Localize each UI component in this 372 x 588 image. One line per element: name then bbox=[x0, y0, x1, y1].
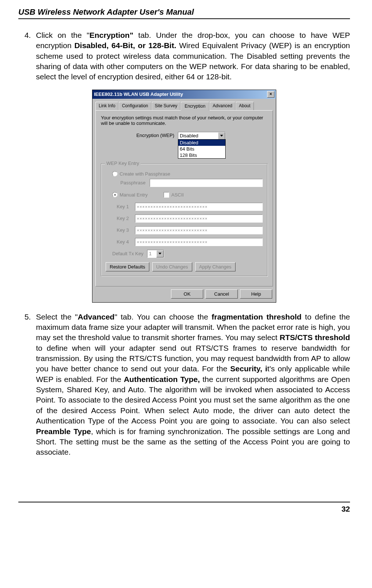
titlebar: IEEE802.11b WLAN USB Adapter Utility × bbox=[92, 90, 276, 99]
text-bold: Advanced bbox=[78, 313, 114, 321]
group-title: WEP Key Entry bbox=[105, 160, 141, 166]
encryption-value: Disabled bbox=[180, 133, 198, 138]
tab-configuration[interactable]: Configuration bbox=[118, 102, 151, 110]
tab-site-survey[interactable]: Site Survey bbox=[152, 102, 180, 110]
encryption-combo[interactable]: Disabled Disabled 64 Bits 128 Bits bbox=[178, 132, 226, 140]
cancel-button[interactable]: Cancel bbox=[205, 289, 238, 299]
text-bold: Preamble Type bbox=[36, 427, 91, 436]
radio-manual[interactable] bbox=[112, 192, 117, 197]
tab-link-info[interactable]: Link Info bbox=[95, 102, 118, 110]
ascii-label: ASCII bbox=[171, 192, 184, 198]
default-tx-key-label: Default Tx Key bbox=[112, 251, 143, 256]
tab-encryption[interactable]: Encryption bbox=[180, 102, 209, 111]
close-icon[interactable]: × bbox=[267, 91, 274, 98]
ok-button[interactable]: OK bbox=[171, 289, 203, 299]
page-number: 32 bbox=[18, 502, 350, 513]
passphrase-input[interactable] bbox=[150, 179, 263, 187]
text-bold: Disabled, 64-Bit, or 128-Bit. bbox=[74, 41, 176, 50]
key2-label: Key 2 bbox=[117, 216, 135, 221]
text: " tab. You can choose the bbox=[114, 313, 212, 321]
key3-input[interactable]: ×××××××××××××××××××××××××× bbox=[135, 226, 263, 234]
text-bold: RTS/CTS threshold bbox=[280, 333, 350, 342]
passphrase-label: Passphrase bbox=[120, 180, 150, 185]
dropdown-item-128bits[interactable]: 128 Bits bbox=[178, 152, 225, 158]
manual-entry-label: Manual Entry bbox=[120, 192, 164, 198]
tab-panel: Your encryption settings must match thos… bbox=[95, 110, 273, 286]
tab-strip: Link Info Configuration Site Survey Encr… bbox=[92, 99, 276, 110]
tab-about[interactable]: About bbox=[236, 102, 254, 110]
wlan-utility-dialog: IEEE802.11b WLAN USB Adapter Utility × L… bbox=[92, 90, 276, 303]
create-passphrase-label: Create with Passphrase bbox=[120, 171, 170, 177]
text-bold: Authentication Type, bbox=[124, 375, 200, 383]
page-header: USB Wireless Network Adapter User's Manu… bbox=[18, 7, 350, 19]
encryption-label: Encryption (WEP) bbox=[101, 132, 178, 138]
text: Select the " bbox=[36, 313, 78, 321]
wep-key-entry-group: WEP Key Entry Create with Passphrase Pas… bbox=[101, 163, 267, 276]
chevron-down-icon[interactable] bbox=[218, 132, 225, 140]
default-tx-key-combo[interactable]: 1 bbox=[147, 250, 164, 258]
text: Click on the " bbox=[36, 31, 90, 39]
list-item-5: Select the "Advanced" tab. You can choos… bbox=[33, 312, 350, 458]
list-item-4: Click on the "Encryption" tab. Under the… bbox=[33, 30, 350, 82]
key3-label: Key 3 bbox=[117, 227, 135, 233]
default-tx-key-value: 1 bbox=[149, 251, 152, 256]
dialog-title: IEEE802.11b WLAN USB Adapter Utility bbox=[94, 91, 183, 97]
text-bold: fragmentation threshold bbox=[212, 313, 302, 321]
help-button[interactable]: Help bbox=[240, 289, 272, 299]
restore-defaults-button[interactable]: Restore Defaults bbox=[106, 262, 149, 271]
text-bold: Encryption" bbox=[90, 31, 134, 39]
dropdown-item-disabled[interactable]: Disabled bbox=[178, 140, 225, 146]
panel-description: Your encryption settings must match thos… bbox=[101, 115, 267, 126]
ascii-checkbox[interactable] bbox=[164, 192, 169, 198]
apply-changes-button[interactable]: Apply Changes bbox=[195, 262, 236, 271]
dropdown-item-64bits[interactable]: 64 Bits bbox=[178, 146, 225, 152]
undo-changes-button[interactable]: Undo Changes bbox=[152, 262, 192, 271]
key2-input[interactable]: ×××××××××××××××××××××××××× bbox=[135, 214, 263, 223]
key1-input[interactable]: ×××××××××××××××××××××××××× bbox=[135, 203, 263, 211]
key1-label: Key 1 bbox=[117, 204, 135, 209]
tab-advanced[interactable]: Advanced bbox=[209, 102, 236, 110]
key4-label: Key 4 bbox=[117, 239, 135, 245]
radio-passphrase[interactable] bbox=[112, 171, 117, 176]
encryption-dropdown: Disabled 64 Bits 128 Bits bbox=[178, 139, 226, 159]
chevron-down-icon[interactable] bbox=[156, 250, 164, 257]
key4-input[interactable]: ×××××××××××××××××××××××××× bbox=[135, 238, 263, 246]
text-bold: Security, i bbox=[230, 364, 267, 373]
